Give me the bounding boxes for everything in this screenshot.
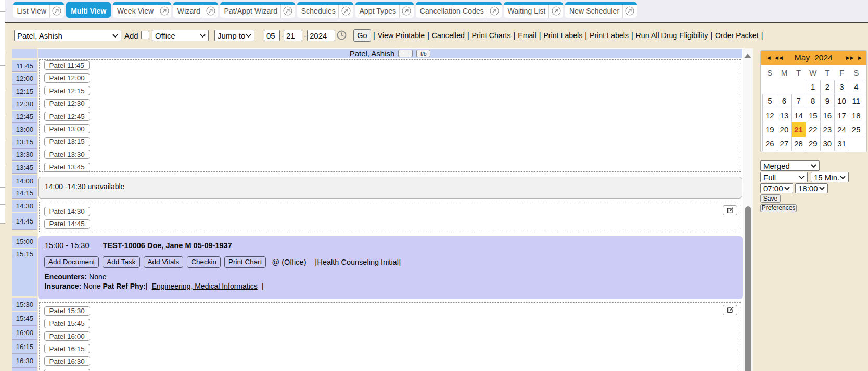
go-button[interactable]: Go — [353, 29, 371, 42]
tab-new-scheduler[interactable]: New Scheduler — [565, 2, 637, 18]
fb-button[interactable]: f/b — [416, 50, 430, 57]
calendar-day-30[interactable]: 30 — [820, 137, 835, 151]
add-checkbox[interactable] — [141, 31, 149, 39]
scrollbar-up-arrow-icon[interactable] — [744, 54, 751, 58]
slot-button-patel-13-45[interactable]: Patel 13:45 — [44, 163, 90, 172]
slot-button-patel-12-15[interactable]: Patel 12:15 — [44, 86, 90, 95]
tab-list-view[interactable]: List View — [13, 2, 64, 18]
toolbar-link-print-labels[interactable]: Print Labels — [543, 31, 582, 40]
slot-button-patel-16-45[interactable]: Patel 16:45 — [44, 369, 90, 371]
slot-button-patel-13-15[interactable]: Patel 13:15 — [44, 137, 90, 146]
collapse-column-button[interactable]: — — [398, 50, 413, 57]
toolbar-link-print-labels[interactable]: Print Labels — [590, 31, 629, 40]
calendar-day-15[interactable]: 15 — [806, 108, 820, 122]
calendar-day-22[interactable]: 22 — [806, 122, 820, 137]
appointment-checkin-button[interactable]: Checkin — [187, 256, 221, 268]
calendar-day-5[interactable]: 5 — [763, 94, 777, 108]
zoom-select[interactable]: Full — [760, 172, 808, 182]
calendar-day-2[interactable]: 2 — [820, 80, 835, 94]
appointment-patient-link[interactable]: TEST-10006 Doe, Jane M 05-09-1937 — [103, 241, 232, 250]
calendar-day-17[interactable]: 17 — [835, 108, 849, 122]
ref-physician-link[interactable]: Engineering, Medical Informatics — [152, 282, 258, 290]
calendar-day-18[interactable]: 18 — [849, 108, 863, 122]
slot-button-patel-12-45[interactable]: Patel 12:45 — [44, 112, 90, 121]
calendar-day-8[interactable]: 8 — [806, 94, 820, 108]
calendar-day-7[interactable]: 7 — [792, 94, 806, 108]
calendar-day-16[interactable]: 16 — [820, 108, 835, 122]
tab-multi-view[interactable]: Multi View — [66, 2, 111, 18]
toolbar-link-print-charts[interactable]: Print Charts — [472, 31, 511, 40]
start-time-select[interactable]: 07:00 — [760, 183, 793, 193]
end-time-select[interactable]: 18:00 — [795, 183, 828, 193]
open-in-new-window-icon[interactable] — [622, 5, 637, 18]
open-in-new-window-icon[interactable] — [49, 5, 65, 18]
slot-button-patel-16-15[interactable]: Patel 16:15 — [44, 344, 90, 353]
toolbar-link-email[interactable]: Email — [518, 31, 536, 40]
tab-waiting-list[interactable]: Waiting List — [504, 2, 564, 18]
slot-button-patel-16-30[interactable]: Patel 16:30 — [44, 356, 90, 366]
slot-button-patel-16-00[interactable]: Patel 16:00 — [44, 331, 90, 341]
calendar-day-6[interactable]: 6 — [777, 94, 792, 108]
calendar-day-14[interactable]: 14 — [792, 108, 806, 122]
calendar-day-31[interactable]: 31 — [835, 137, 849, 151]
calendar-picker-clock-icon[interactable] — [337, 30, 347, 40]
slot-button-patel-11-45[interactable]: Patel 11:45 — [44, 60, 90, 70]
calendar-day-25[interactable]: 25 — [849, 122, 863, 137]
calendar-day-12[interactable]: 12 — [763, 108, 777, 122]
calendar-day-27[interactable]: 27 — [777, 137, 792, 151]
jump-to-select[interactable]: Jump to — [214, 30, 254, 41]
date-day-input[interactable] — [284, 30, 302, 41]
appointment-add-task-button[interactable]: Add Task — [103, 256, 139, 268]
slot-button-patel-12-00[interactable]: Patel 12:00 — [44, 73, 90, 83]
provider-name-link[interactable]: Patel, Ashish — [350, 49, 395, 58]
appointment-add-vitals-button[interactable]: Add Vitals — [144, 256, 184, 268]
scrollbar-thumb[interactable] — [745, 206, 751, 371]
open-in-new-window-icon[interactable] — [548, 5, 564, 18]
save-button[interactable]: Save — [760, 194, 781, 203]
calendar-day-21[interactable]: 21 — [792, 122, 806, 137]
date-month-input[interactable] — [264, 30, 280, 41]
calendar-day-3[interactable]: 3 — [835, 80, 849, 94]
open-in-new-window-icon[interactable] — [157, 5, 172, 18]
edit-schedule-button[interactable] — [723, 205, 737, 216]
calendar-day-23[interactable]: 23 — [820, 122, 835, 137]
open-in-new-window-icon[interactable] — [280, 5, 296, 18]
calendar-day-1[interactable]: 1 — [806, 80, 820, 94]
slot-button-patel-15-30[interactable]: Patel 15:30 — [44, 306, 90, 316]
slot-button-patel-13-00[interactable]: Patel 13:00 — [44, 124, 90, 133]
appointment-print-chart-button[interactable]: Print Chart — [224, 256, 266, 268]
tab-cancellation-codes[interactable]: Cancellation Codes — [416, 2, 502, 18]
open-in-new-window-icon[interactable] — [487, 5, 502, 18]
appointment-add-document-button[interactable]: Add Document — [44, 256, 99, 268]
tab-appt-types[interactable]: Appt Types — [355, 2, 414, 18]
tab-week-view[interactable]: Week View — [113, 2, 171, 18]
view-mode-select[interactable]: Merged — [760, 160, 820, 171]
toolbar-link-order-packet[interactable]: Order Packet — [715, 31, 759, 40]
open-in-new-window-icon[interactable] — [203, 5, 218, 18]
calendar-day-19[interactable]: 19 — [763, 122, 777, 137]
calendar-day-10[interactable]: 10 — [835, 94, 849, 108]
slot-button-patel-14-30[interactable]: Patel 14:30 — [44, 207, 90, 216]
slot-button-patel-13-30[interactable]: Patel 13:30 — [44, 150, 90, 159]
calendar-day-28[interactable]: 28 — [792, 137, 806, 151]
appointment-time-link[interactable]: 15:00 - 15:30 — [45, 241, 89, 250]
tab-wizard[interactable]: Wizard — [173, 2, 218, 18]
preferences-button[interactable]: Preferences — [760, 204, 797, 212]
calendar-day-29[interactable]: 29 — [806, 137, 820, 151]
appointment-block[interactable]: 15:00 - 15:30 TEST-10006 Doe, Jane M 05-… — [38, 236, 743, 299]
calendar-day-9[interactable]: 9 — [820, 94, 835, 108]
toolbar-link-run-all-drug-eligibility[interactable]: Run All Drug Eligibility — [636, 31, 708, 40]
toolbar-link-view-printable[interactable]: View Printable — [378, 31, 425, 40]
slot-button-patel-14-45[interactable]: Patel 14:45 — [44, 219, 90, 229]
edit-schedule-button[interactable] — [723, 305, 737, 315]
calendar-day-4[interactable]: 4 — [849, 80, 863, 94]
toolbar-link-cancelled[interactable]: Cancelled — [432, 31, 465, 40]
interval-select[interactable]: 15 Min. — [811, 172, 849, 182]
provider-select[interactable]: Patel, Ashish — [14, 30, 121, 41]
calendar-day-20[interactable]: 20 — [777, 122, 792, 137]
slot-button-patel-12-30[interactable]: Patel 12:30 — [44, 99, 90, 108]
open-in-new-window-icon[interactable] — [399, 5, 414, 18]
calendar-day-13[interactable]: 13 — [777, 108, 792, 122]
tab-pat-appt-wizard[interactable]: Pat/Appt Wizard — [220, 2, 295, 18]
slot-button-patel-15-45[interactable]: Patel 15:45 — [44, 319, 90, 328]
